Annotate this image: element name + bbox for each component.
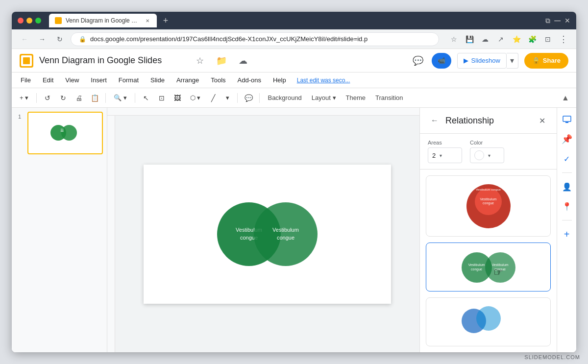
slide-thumbnail-container: 1 ≡: [16, 112, 103, 154]
menu-arrange[interactable]: Arrange: [172, 74, 204, 86]
menu-help[interactable]: Help: [268, 74, 291, 86]
venn-teal-diagram-card[interactable]: [426, 297, 551, 346]
print-button[interactable]: 🖨: [72, 91, 86, 105]
ruler-horizontal: [107, 108, 419, 116]
paint-format-button[interactable]: 📋: [88, 91, 101, 105]
last-edit-text[interactable]: Last edit was seco...: [297, 77, 350, 84]
menu-insert[interactable]: Insert: [86, 74, 112, 86]
comment-tool-btn[interactable]: 💬: [242, 91, 255, 105]
meet-button[interactable]: 📹: [432, 53, 451, 69]
image-btn[interactable]: 🖼: [171, 91, 184, 105]
venn-right-label: Vestibulum congue: [269, 222, 303, 245]
menu-addons[interactable]: Add-ons: [233, 74, 266, 86]
venn-right-circle[interactable]: Vestibulum congue: [254, 202, 318, 266]
concentric-diagram-card[interactable]: Vestibulum congue Vestibulum congue: [426, 175, 551, 237]
canvas-area[interactable]: Vestibulum congue Vestibulum congue: [115, 116, 419, 352]
menu-slide[interactable]: Slide: [146, 74, 170, 86]
back-button[interactable]: ←: [18, 32, 31, 46]
canvas-with-ruler: Vestibulum congue Vestibulum congue: [107, 108, 419, 352]
slide-canvas[interactable]: Vestibulum congue Vestibulum congue: [144, 165, 391, 304]
transition-btn[interactable]: Transition: [371, 91, 407, 105]
address-input[interactable]: 🔒 docs.google.com/presentation/d/197Cas6…: [71, 32, 439, 46]
active-tab[interactable]: Venn Diagram in Google Slides - ✕: [49, 14, 157, 27]
slideshow-button[interactable]: ▶ Slideshow: [457, 53, 507, 69]
select-tool-btn[interactable]: ↖: [139, 91, 153, 105]
slideshow-label: Slideshow: [471, 57, 500, 64]
redo-button[interactable]: ↻: [56, 91, 70, 105]
close-btn[interactable]: ✕: [564, 17, 570, 24]
layout-btn[interactable]: Layout ▾: [308, 91, 340, 105]
window-max-btn[interactable]: [35, 18, 41, 24]
color-select[interactable]: ▾: [470, 147, 504, 163]
areas-dropdown-arrow: ▾: [440, 153, 442, 158]
slide-panel: 1 ≡: [12, 108, 107, 352]
toolbar-divider-1: [36, 93, 37, 103]
undo-button[interactable]: ↺: [41, 91, 54, 105]
save-to-drive-btn[interactable]: 💾: [463, 32, 476, 46]
side-icon-strip: 📌 ✓ 👤 📍 +: [557, 108, 576, 352]
app-area: Venn Diagram in Google Slides ☆ 📁 ☁ 💬 📹 …: [12, 49, 576, 352]
areas-select[interactable]: 2 ▾: [428, 147, 462, 163]
menu-tools[interactable]: Tools: [206, 74, 230, 86]
star-btn[interactable]: ⭐: [510, 32, 523, 46]
panel-back-button[interactable]: ←: [428, 114, 441, 127]
tab-bar: Venn Diagram in Google Slides - ✕ + ⧉ ─ …: [49, 14, 570, 27]
slide-thumbnail[interactable]: ≡: [27, 112, 103, 154]
side-icon-slides[interactable]: [559, 112, 575, 127]
theme-btn[interactable]: Theme: [342, 91, 369, 105]
side-icon-tasks[interactable]: ✓: [559, 151, 575, 167]
slide-number: 1: [16, 112, 24, 154]
browser-menu-btn[interactable]: ⋮: [557, 32, 570, 46]
venn-small-left-label: Vestibulumcongue: [468, 263, 485, 271]
insert-dropdown-btn[interactable]: + ▾: [16, 91, 32, 105]
thumb-equals: ≡: [60, 127, 64, 134]
venn-green-diagram-card[interactable]: Vestibulumcongue Vestibulumcongue ☞: [426, 243, 551, 291]
side-icon-add-btn[interactable]: +: [559, 226, 575, 242]
toolbar-divider-4: [237, 93, 238, 103]
refresh-button[interactable]: ↻: [53, 32, 67, 46]
bookmark-btn[interactable]: ☆: [447, 32, 461, 46]
star-title-btn[interactable]: ☆: [192, 53, 208, 69]
toolbar: + ▾ ↺ ↻ 🖨 📋 🔍 ▾ ↖ ⊡ 🖼 ⬡ ▾ ╱ ▾ 💬 Backgrou…: [12, 88, 576, 108]
shapes-dropdown-btn[interactable]: ⬡ ▾: [186, 91, 205, 105]
forward-button[interactable]: →: [35, 32, 49, 46]
side-icon-keep[interactable]: 📌: [559, 131, 575, 147]
concentric-outer-label-area: Vestibulum congue Vestibulum congue: [466, 184, 511, 228]
tab-title: Venn Diagram in Google Slides -: [66, 17, 140, 24]
background-btn[interactable]: Background: [264, 91, 305, 105]
folder-btn[interactable]: 📁: [214, 53, 229, 69]
share-page-btn[interactable]: ↗: [494, 32, 508, 46]
address-bar: ← → ↻ 🔒 docs.google.com/presentation/d/1…: [12, 29, 576, 49]
menu-edit[interactable]: Edit: [38, 74, 58, 86]
panel-close-button[interactable]: ✕: [535, 114, 549, 127]
minimize-btn[interactable]: ─: [554, 16, 561, 26]
restore-down-btn[interactable]: ⧉: [545, 17, 550, 25]
sidebar-toggle-btn[interactable]: ⊡: [541, 32, 555, 46]
line-dropdown-btn[interactable]: ▾: [222, 91, 233, 105]
concentric-outer-circle: Vestibulum congue Vestibulum congue: [466, 184, 511, 228]
zoom-dropdown-btn[interactable]: 🔍 ▾: [110, 91, 131, 105]
cursor-hand-icon: ☞: [493, 266, 503, 279]
window-close-btn[interactable]: [18, 18, 24, 24]
google-account-btn[interactable]: ☁: [478, 32, 492, 46]
menu-view[interactable]: View: [60, 74, 84, 86]
slideshow-dropdown-btn[interactable]: ▾: [507, 53, 518, 69]
side-icon-contacts[interactable]: 👤: [559, 179, 575, 194]
areas-control-group: Areas 2 ▾: [428, 140, 462, 163]
window-min-btn[interactable]: [26, 18, 32, 24]
side-icon-maps[interactable]: 📍: [559, 198, 575, 214]
color-control-group: Color ▾: [470, 140, 504, 163]
tab-close-button[interactable]: ✕: [144, 17, 151, 24]
share-button[interactable]: 🔒 Share: [524, 53, 568, 69]
line-btn[interactable]: ╱: [206, 91, 220, 105]
text-box-btn[interactable]: ⊡: [155, 91, 169, 105]
extensions-btn[interactable]: 🧩: [525, 32, 539, 46]
menu-format[interactable]: Format: [114, 74, 144, 86]
venn-diagram[interactable]: Vestibulum congue Vestibulum congue: [217, 202, 318, 266]
menu-file[interactable]: File: [16, 74, 36, 86]
cloud-btn[interactable]: ☁: [235, 53, 251, 69]
comments-button[interactable]: 💬: [410, 53, 426, 69]
toolbar-hide-btn[interactable]: ▲: [559, 91, 572, 105]
thumbnail-venn: ≡: [46, 122, 85, 144]
new-tab-button[interactable]: +: [159, 14, 172, 27]
